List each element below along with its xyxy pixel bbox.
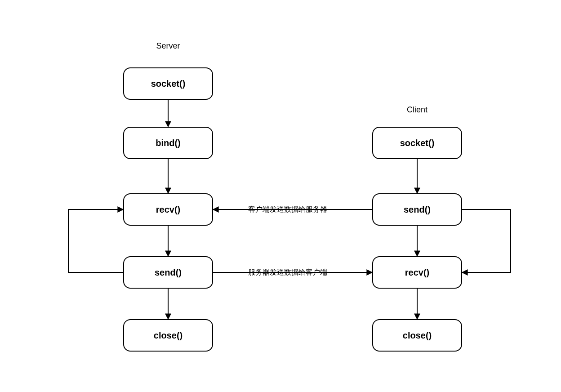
server-close-node: close()	[123, 319, 213, 352]
arrows-overlay	[0, 0, 561, 392]
client-socket-node: socket()	[372, 127, 462, 159]
client-send-node: send()	[372, 193, 462, 226]
loop-server-send-to-recv	[68, 209, 123, 272]
client-close-node: close()	[372, 319, 462, 352]
server-recv-node: recv()	[123, 193, 213, 226]
loop-client-send-to-recv	[462, 209, 511, 272]
diagram-canvas: Server Client socket() bind() recv() sen…	[0, 0, 561, 392]
edge-label-server-to-client: 服务器发送数据给客户端	[245, 268, 330, 277]
edge-label-client-to-server: 客户端发送数据给服务器	[245, 205, 330, 214]
server-title: Server	[156, 41, 180, 51]
client-title: Client	[407, 105, 427, 115]
server-socket-node: socket()	[123, 67, 213, 100]
client-recv-node: recv()	[372, 256, 462, 289]
server-send-node: send()	[123, 256, 213, 289]
server-bind-node: bind()	[123, 127, 213, 159]
